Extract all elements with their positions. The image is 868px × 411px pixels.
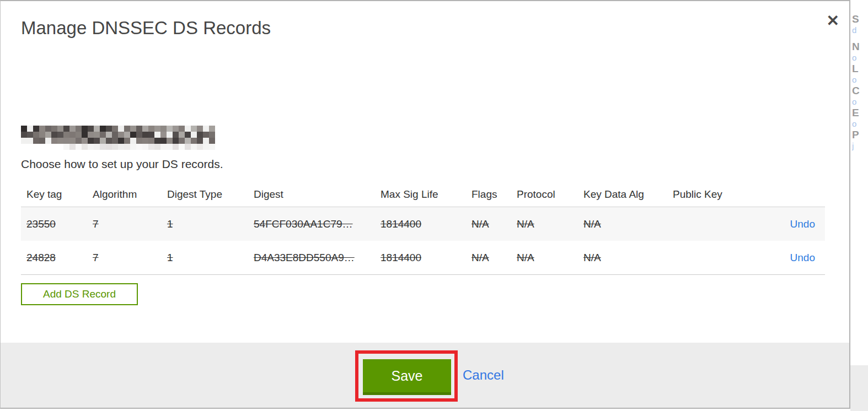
table-row: 24828 7 1 D4A33E8DD550A9… 1814400 N/A N/…: [21, 241, 825, 275]
redacted-domain-name: [21, 126, 215, 150]
cell-key-tag: 24828: [21, 252, 87, 264]
background-page-fragment: E: [852, 107, 859, 119]
annotation-red-box: Save: [355, 350, 458, 402]
cell-algorithm: 7: [87, 218, 162, 230]
table-header-row: Key tag Algorithm Digest Type Digest Max…: [21, 182, 825, 207]
cell-algorithm: 7: [87, 252, 162, 264]
cell-actions: Undo: [781, 218, 825, 230]
modal-title: Manage DNSSEC DS Records: [21, 18, 271, 39]
cell-actions: Undo: [781, 252, 825, 264]
background-page-fragment: C: [852, 85, 860, 97]
ds-records-table: Key tag Algorithm Digest Type Digest Max…: [21, 182, 825, 275]
background-page-fragment: d: [852, 25, 856, 35]
cell-max-sig-life: 1814400: [375, 252, 466, 264]
column-header-digest-type: Digest Type: [162, 188, 248, 201]
cell-digest: D4A33E8DD550A9…: [248, 252, 375, 264]
cell-digest-type: 1: [162, 218, 248, 230]
dnssec-modal-dialog: ✕ Manage DNSSEC DS Records Choose how to…: [0, 0, 850, 409]
undo-link[interactable]: Undo: [790, 218, 815, 230]
table-row: 23550 7 1 54FCF030AA1C79… 1814400 N/A N/…: [21, 207, 825, 241]
add-ds-record-button[interactable]: Add DS Record: [21, 283, 138, 305]
modal-footer: Save Cancel: [1, 343, 849, 408]
cell-max-sig-life: 1814400: [375, 218, 466, 230]
close-icon[interactable]: ✕: [827, 13, 839, 29]
cell-flags: N/A: [466, 252, 511, 264]
cell-key-data-alg: N/A: [578, 252, 667, 264]
background-page-fragment: N: [852, 41, 860, 53]
column-header-protocol: Protocol: [511, 188, 578, 201]
column-header-digest: Digest: [248, 188, 375, 201]
column-header-public-key: Public Key: [667, 188, 781, 201]
background-page-fragment: o: [852, 119, 856, 128]
background-page-fragment: L: [852, 63, 859, 75]
column-header-key-tag: Key tag: [21, 188, 87, 201]
column-header-max-sig-life: Max Sig Life: [375, 188, 466, 201]
background-page-fragment: S: [852, 13, 859, 25]
background-page-fragment: o: [852, 53, 856, 62]
background-page-fragment: P: [852, 129, 859, 141]
background-page-fragment: j: [852, 141, 854, 150]
column-header-algorithm: Algorithm: [87, 188, 162, 201]
background-page-strip: SdNoLoCoEoPj: [850, 0, 868, 411]
intro-text: Choose how to set up your DS records.: [21, 158, 223, 171]
column-header-key-data-alg: Key Data Alg: [578, 188, 667, 201]
cell-digest-type: 1: [162, 252, 248, 264]
page: SdNoLoCoEoPj ✕ Manage DNSSEC DS Records …: [0, 0, 868, 411]
background-page-fragment: o: [852, 97, 856, 106]
save-button[interactable]: Save: [363, 359, 451, 395]
cancel-link[interactable]: Cancel: [463, 367, 504, 383]
cell-key-data-alg: N/A: [578, 218, 667, 230]
cell-protocol: N/A: [511, 252, 578, 264]
background-footer-block: [850, 365, 868, 411]
cell-flags: N/A: [466, 218, 511, 230]
column-header-flags: Flags: [466, 188, 511, 201]
cell-digest: 54FCF030AA1C79…: [248, 218, 375, 230]
cell-protocol: N/A: [511, 218, 578, 230]
cell-key-tag: 23550: [21, 218, 87, 230]
undo-link[interactable]: Undo: [790, 252, 815, 263]
background-page-fragment: o: [852, 75, 856, 84]
